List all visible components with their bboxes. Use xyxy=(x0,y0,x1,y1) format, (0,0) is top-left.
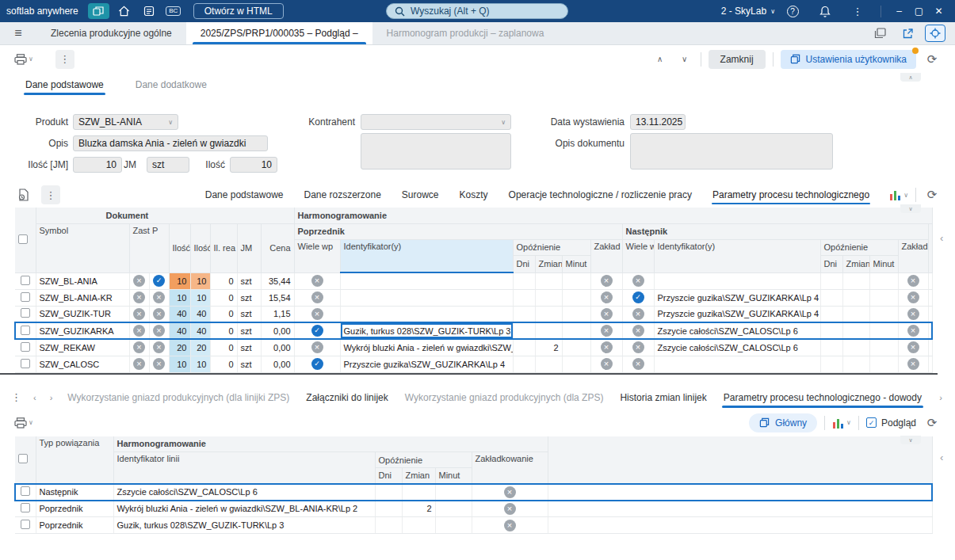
col-zast-p[interactable]: Zast P xyxy=(129,223,169,272)
zast-icon[interactable] xyxy=(133,358,145,370)
ilosc-cell[interactable]: 10 xyxy=(169,289,190,306)
cena-cell[interactable]: 0,00 xyxy=(261,322,294,339)
wiele-icon[interactable] xyxy=(632,291,644,303)
wiele-wp-icon[interactable] xyxy=(311,291,323,303)
jm-cell[interactable]: szt xyxy=(237,339,261,356)
col-zaklad-poprzednik[interactable]: Zakład xyxy=(590,239,622,272)
row-checkbox[interactable] xyxy=(21,276,30,285)
expand-side-panel-icon[interactable]: ‹ xyxy=(940,232,943,244)
wiele-wp-icon[interactable] xyxy=(311,358,323,370)
bc-icon[interactable]: BC xyxy=(164,3,183,19)
zaklad-icon[interactable] xyxy=(601,341,613,353)
table-row[interactable]: Poprzednik Guzik, turkus 028\SZW_GUZIK-T… xyxy=(15,517,932,534)
zast-icon[interactable] xyxy=(133,275,145,287)
zaklad-icon[interactable] xyxy=(907,291,919,303)
zaklad-icon[interactable] xyxy=(601,358,613,370)
identyfikator-cell[interactable]: Wykrój bluzki Ania - zieleń w gwiazdki\S… xyxy=(113,501,375,517)
zaklad-icon[interactable] xyxy=(907,275,919,287)
more-menu-icon[interactable]: ⋮ xyxy=(848,3,867,19)
zaklad-icon[interactable] xyxy=(601,275,613,287)
zaklad-icon[interactable] xyxy=(907,308,919,320)
p-icon[interactable] xyxy=(153,358,165,370)
kontrahent-details[interactable] xyxy=(361,133,511,170)
grid-more-options-icon[interactable]: ⋮ xyxy=(41,185,60,204)
maximize-button[interactable]: ▢ xyxy=(909,2,929,20)
zmian-cell[interactable] xyxy=(842,356,869,372)
dni-cell[interactable] xyxy=(513,306,535,322)
wiele-wp-icon[interactable] xyxy=(311,275,323,287)
tab-parametry-dowody[interactable]: Parametry procesu technologicznego - dow… xyxy=(720,387,925,408)
col-minut-poprzednik[interactable]: Minut xyxy=(562,255,590,272)
symbol-cell[interactable]: SZW_GUZIKARKA xyxy=(36,322,129,339)
minut-cell[interactable] xyxy=(562,356,590,372)
col-cena[interactable]: Cena xyxy=(261,223,294,272)
minut-cell[interactable] xyxy=(869,306,898,322)
nastepnik-cell[interactable]: Zszycie całości\SZW_CALOSC\Lp 6 xyxy=(654,339,820,356)
tab-dane-podstawowe-grid[interactable]: Dane podstawowe xyxy=(204,185,285,204)
col-wiele-nastepnik[interactable]: Wiele w xyxy=(622,239,654,272)
zmian-cell[interactable] xyxy=(535,356,562,372)
tab-document-preview[interactable]: 2025/ZPS/PRP1/000035 – Podgląd – xyxy=(186,22,372,44)
wiele-wp-icon[interactable] xyxy=(311,308,323,320)
zmian-cell[interactable] xyxy=(842,306,869,322)
row-checkbox[interactable] xyxy=(21,342,30,352)
dni-cell[interactable] xyxy=(375,517,402,534)
ilosc-jm-input[interactable]: 10 xyxy=(73,157,122,173)
tab-wykorzystanie-zps[interactable]: Wykorzystanie gniazd produkcyjnych (dla … xyxy=(402,387,607,408)
zmian-cell[interactable] xyxy=(535,322,562,339)
minut-cell[interactable] xyxy=(435,484,472,501)
table-row[interactable]: SZW_BL-ANIA-KR 10 10 0 szt 15,54 Przyszc… xyxy=(15,289,932,306)
workspace-icon[interactable] xyxy=(88,3,109,19)
minut-cell[interactable] xyxy=(869,322,898,339)
col-dni-nastepnik[interactable]: Dni xyxy=(820,255,842,272)
copy-document-icon[interactable] xyxy=(14,185,32,204)
ilosc2-cell[interactable]: 20 xyxy=(190,339,210,356)
collapse-bottom-grid-button[interactable]: ∨ xyxy=(900,436,921,444)
table-row[interactable]: SZW_REKAW 20 20 0 szt 0,00 Wykrój bluzki… xyxy=(15,339,932,356)
typ-cell[interactable]: Poprzednik xyxy=(36,517,113,534)
col-identyfikatory-nastepnik[interactable]: Identyfikator(y) xyxy=(654,239,820,272)
more-options-icon[interactable]: ⋮ xyxy=(55,50,74,69)
table-row[interactable]: SZW_CALOSC 10 10 0 szt 0,00 Przyszcie gu… xyxy=(15,356,932,372)
symbol-cell[interactable]: SZW_CALOSC xyxy=(36,356,129,372)
col-zmian-bottom[interactable]: Zmian xyxy=(402,468,435,484)
ilosc2-cell[interactable]: 10 xyxy=(190,356,210,372)
zast-icon[interactable] xyxy=(133,325,145,337)
dni-cell[interactable] xyxy=(375,501,402,517)
select-all-checkbox[interactable] xyxy=(18,234,28,244)
row-checkbox[interactable] xyxy=(21,292,30,302)
dni-cell[interactable] xyxy=(820,339,842,356)
zaklad-icon[interactable] xyxy=(907,341,919,353)
jm-cell[interactable]: szt xyxy=(237,272,261,289)
tab-historia-zmian[interactable]: Historia zmian linijek xyxy=(617,387,709,408)
ilosc-input[interactable]: 10 xyxy=(230,157,277,173)
tab-koszty[interactable]: Koszty xyxy=(459,185,489,204)
table-row[interactable]: SZW_GUZIK-TUR 40 40 0 szt 1,15 Przyszcie… xyxy=(15,306,932,322)
jm-cell[interactable]: szt xyxy=(237,306,261,322)
zmian-cell[interactable] xyxy=(402,517,435,534)
col-wiele-wp[interactable]: Wiele wp xyxy=(294,239,340,272)
ilosc-cell[interactable]: 20 xyxy=(169,339,190,356)
target-mode-icon[interactable] xyxy=(925,25,945,42)
col-dni-poprzednik[interactable]: Dni xyxy=(513,255,535,272)
collapse-grid-button[interactable]: ∨ xyxy=(900,204,921,213)
chart-icon-bottom[interactable]: ∨ xyxy=(832,413,851,432)
symbol-cell[interactable]: SZW_BL-ANIA xyxy=(36,272,129,289)
poprzednik-cell[interactable] xyxy=(340,272,513,289)
zmian-cell[interactable] xyxy=(535,272,562,289)
symbol-cell[interactable]: SZW_REKAW xyxy=(36,339,129,356)
minimize-button[interactable]: – xyxy=(889,2,909,20)
tab-dane-podstawowe[interactable]: Dane podstawowe xyxy=(24,74,105,95)
minut-cell[interactable] xyxy=(562,272,590,289)
scroll-tabs-more-icon[interactable]: › xyxy=(938,393,944,402)
wiele-icon[interactable] xyxy=(632,308,644,320)
opis-input[interactable]: Bluzka damska Ania - zieleń w gwiazdki xyxy=(73,135,268,151)
splitter[interactable] xyxy=(0,373,938,375)
il-rea-cell[interactable]: 0 xyxy=(210,322,237,339)
cena-cell[interactable]: 0,00 xyxy=(261,356,294,372)
typ-cell[interactable]: Następnik xyxy=(36,484,113,501)
minut-cell[interactable] xyxy=(869,339,898,356)
poprzednik-cell[interactable]: Wykrój bluzki Ania - zieleń w gwiazdki\S… xyxy=(340,339,513,356)
tab-dane-dodatkowe[interactable]: Dane dodatkowe xyxy=(134,74,208,95)
tab-dane-rozszerzone[interactable]: Dane rozszerzone xyxy=(303,185,381,204)
